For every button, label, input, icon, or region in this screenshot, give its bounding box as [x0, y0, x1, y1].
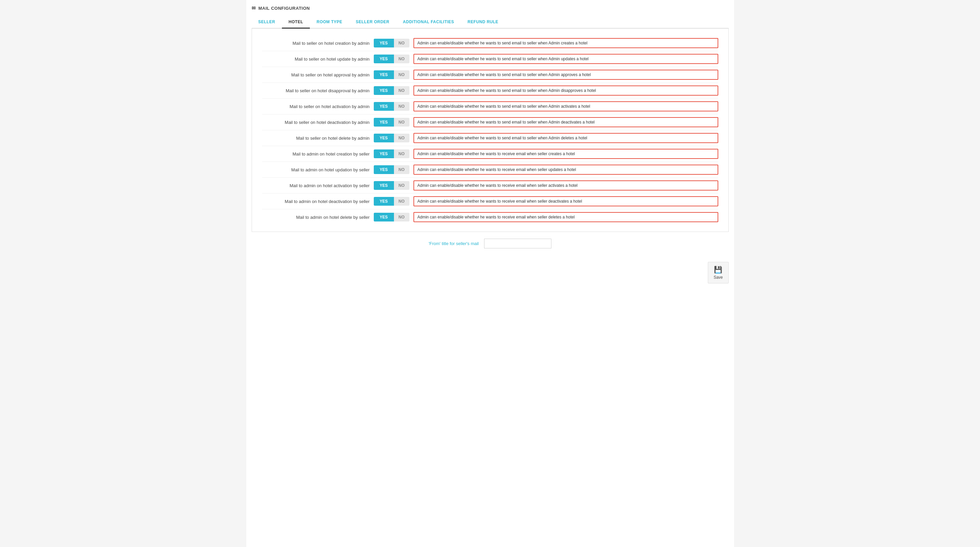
- config-row: Mail to admin on hotel activation by sel…: [262, 178, 718, 193]
- footer-label: 'From' title for seller's mail: [429, 241, 479, 246]
- yes-button[interactable]: YES: [374, 70, 394, 79]
- save-label: Save: [714, 275, 723, 280]
- yes-button[interactable]: YES: [374, 39, 394, 48]
- toggle-group: YESNO: [374, 39, 409, 48]
- no-button[interactable]: NO: [394, 39, 409, 48]
- config-row: Mail to seller on hotel delete by adminY…: [262, 130, 718, 146]
- no-button[interactable]: NO: [394, 150, 409, 158]
- yes-button[interactable]: YES: [374, 102, 394, 111]
- no-button[interactable]: NO: [394, 134, 409, 142]
- page-title: MAIL CONFIGURATION: [258, 6, 310, 11]
- toggle-group: YESNO: [374, 54, 409, 63]
- description-box: Admin can enable/disable whether he want…: [414, 101, 718, 112]
- row-label: Mail to seller on hotel creation by admi…: [262, 41, 370, 46]
- tab-seller[interactable]: SELLER: [251, 16, 282, 29]
- row-label: Mail to admin on hotel deactivation by s…: [262, 199, 370, 204]
- config-row: Mail to admin on hotel delete by sellerY…: [262, 209, 718, 225]
- row-label: Mail to admin on hotel activation by sel…: [262, 183, 370, 188]
- description-box: Admin can enable/disable whether he want…: [414, 149, 718, 159]
- yes-button[interactable]: YES: [374, 134, 394, 142]
- no-button[interactable]: NO: [394, 86, 409, 95]
- toggle-group: YESNO: [374, 70, 409, 79]
- config-row: Mail to admin on hotel deactivation by s…: [262, 193, 718, 209]
- tab-seller-order[interactable]: SELLER ORDER: [349, 16, 396, 29]
- description-box: Admin can enable/disable whether he want…: [414, 196, 718, 206]
- no-button[interactable]: NO: [394, 54, 409, 63]
- yes-button[interactable]: YES: [374, 150, 394, 158]
- save-icon: 💾: [714, 266, 722, 274]
- no-button[interactable]: NO: [394, 197, 409, 206]
- toggle-group: YESNO: [374, 134, 409, 142]
- config-row: Mail to admin on hotel updation by selle…: [262, 162, 718, 178]
- toggle-group: YESNO: [374, 213, 409, 222]
- config-row: Mail to seller on hotel approval by admi…: [262, 67, 718, 83]
- config-row: Mail to seller on hotel deactivation by …: [262, 115, 718, 130]
- envelope-icon: ✉: [251, 5, 256, 11]
- row-label: Mail to admin on hotel delete by seller: [262, 215, 370, 220]
- no-button[interactable]: NO: [394, 70, 409, 79]
- tab-hotel[interactable]: HOTEL: [282, 16, 310, 29]
- row-label: Mail to seller on hotel delete by admin: [262, 136, 370, 141]
- toggle-group: YESNO: [374, 86, 409, 95]
- no-button[interactable]: NO: [394, 165, 409, 174]
- yes-button[interactable]: YES: [374, 165, 394, 174]
- description-box: Admin can enable/disable whether he want…: [414, 70, 718, 80]
- config-row: Mail to seller on hotel update by adminY…: [262, 51, 718, 67]
- yes-button[interactable]: YES: [374, 54, 394, 63]
- row-label: Mail to admin on hotel creation by selle…: [262, 152, 370, 156]
- description-box: Admin can enable/disable whether he want…: [414, 86, 718, 96]
- yes-button[interactable]: YES: [374, 197, 394, 206]
- description-box: Admin can enable/disable whether he want…: [414, 133, 718, 143]
- toggle-group: YESNO: [374, 181, 409, 190]
- row-label: Mail to seller on hotel deactivation by …: [262, 120, 370, 125]
- row-label: Mail to admin on hotel updation by selle…: [262, 167, 370, 172]
- toggle-group: YESNO: [374, 197, 409, 206]
- save-btn-area: 💾 Save: [251, 258, 729, 287]
- footer-area: 'From' title for seller's mail: [251, 232, 729, 255]
- tab-refund-rule[interactable]: REFUND RULE: [461, 16, 505, 29]
- no-button[interactable]: NO: [394, 213, 409, 222]
- description-box: Admin can enable/disable whether he want…: [414, 54, 718, 64]
- row-label: Mail to seller on hotel approval by admi…: [262, 72, 370, 77]
- tab-additional-facilities[interactable]: ADDITIONAL FACILITIES: [396, 16, 461, 29]
- description-box: Admin can enable/disable whether he want…: [414, 38, 718, 48]
- description-box: Admin can enable/disable whether he want…: [414, 117, 718, 127]
- no-button[interactable]: NO: [394, 181, 409, 190]
- yes-button[interactable]: YES: [374, 213, 394, 222]
- no-button[interactable]: NO: [394, 102, 409, 111]
- row-label: Mail to seller on hotel disapproval by a…: [262, 88, 370, 93]
- toggle-group: YESNO: [374, 118, 409, 126]
- yes-button[interactable]: YES: [374, 181, 394, 190]
- row-label: Mail to seller on hotel update by admin: [262, 57, 370, 62]
- description-box: Admin can enable/disable whether he want…: [414, 212, 718, 222]
- save-button[interactable]: 💾 Save: [708, 262, 729, 284]
- toggle-group: YESNO: [374, 150, 409, 158]
- content-area: Mail to seller on hotel creation by admi…: [251, 29, 729, 232]
- from-title-input[interactable]: [484, 239, 551, 249]
- page-header: ✉ MAIL CONFIGURATION: [251, 5, 729, 11]
- tab-room-type[interactable]: ROOM TYPE: [310, 16, 349, 29]
- config-row: Mail to seller on hotel creation by admi…: [262, 35, 718, 51]
- row-label: Mail to seller on hotel activation by ad…: [262, 104, 370, 109]
- config-row: Mail to admin on hotel creation by selle…: [262, 146, 718, 162]
- yes-button[interactable]: YES: [374, 86, 394, 95]
- description-box: Admin can enable/disable whether he want…: [414, 164, 718, 175]
- yes-button[interactable]: YES: [374, 118, 394, 126]
- config-row: Mail to seller on hotel activation by ad…: [262, 99, 718, 115]
- tab-bar: SELLERHOTELROOM TYPESELLER ORDERADDITION…: [251, 16, 729, 29]
- config-row: Mail to seller on hotel disapproval by a…: [262, 83, 718, 99]
- toggle-group: YESNO: [374, 165, 409, 174]
- no-button[interactable]: NO: [394, 118, 409, 126]
- toggle-group: YESNO: [374, 102, 409, 111]
- description-box: Admin can enable/disable whether he want…: [414, 180, 718, 191]
